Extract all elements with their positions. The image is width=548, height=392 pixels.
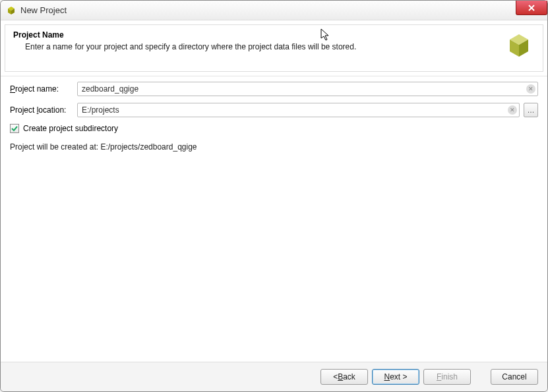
cancel-button[interactable]: Cancel (491, 369, 538, 385)
header-panel: Project Name Enter a name for your proje… (5, 24, 543, 72)
ellipsis-icon: … (528, 106, 535, 114)
finish-button: Finish (423, 369, 471, 385)
vivado-logo-icon (503, 30, 535, 62)
close-button[interactable] (516, 1, 547, 15)
project-created-at-text: Project will be created at: E:/projects/… (10, 142, 538, 152)
project-location-row: Project location: ✕ … (10, 103, 538, 117)
new-project-dialog: New Project Project Name Enter a name fo… (0, 0, 548, 392)
clear-name-icon[interactable]: ✕ (526, 84, 535, 94)
header-title: Project Name (13, 30, 503, 40)
header-description: Enter a name for your project and specif… (13, 42, 503, 51)
titlebar: New Project (1, 1, 547, 20)
check-icon (11, 125, 18, 132)
back-button[interactable]: < Back (320, 369, 368, 385)
project-name-input[interactable] (77, 82, 538, 96)
create-subdir-checkbox[interactable] (10, 124, 19, 133)
app-icon (6, 5, 16, 16)
browse-button[interactable]: … (524, 103, 538, 117)
project-location-label: Project location: (10, 105, 73, 115)
project-name-label: Project name: (10, 84, 73, 94)
create-subdir-row: Create project subdirectory (10, 124, 538, 133)
project-name-row: Project name: ✕ (10, 82, 538, 96)
project-location-input[interactable] (77, 103, 520, 117)
close-icon (528, 5, 535, 11)
create-subdir-label: Create project subdirectory (23, 124, 118, 133)
clear-location-icon[interactable]: ✕ (508, 105, 517, 115)
wizard-button-bar: < Back Next > Finish Cancel (1, 362, 547, 391)
next-button[interactable]: Next > (372, 369, 419, 385)
window-title: New Project (20, 5, 67, 15)
form-content: Project name: ✕ Project location: ✕ … Cr… (1, 76, 547, 362)
